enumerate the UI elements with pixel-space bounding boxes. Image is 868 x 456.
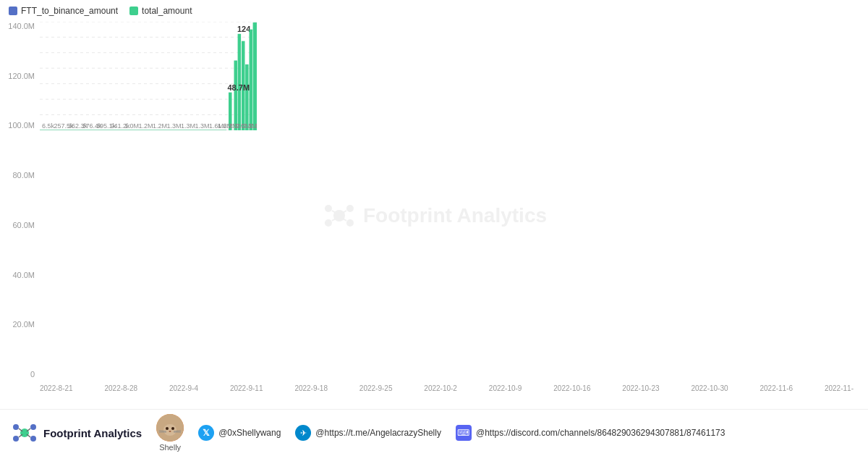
svg-point-4 (346, 219, 354, 227)
watermark-text: Footprint Analytics (363, 204, 547, 227)
avatar-container: Shelly (156, 414, 184, 452)
svg-rect-17 (40, 130, 226, 130)
svg-rect-19 (234, 61, 238, 130)
svg-point-60 (169, 431, 171, 432)
svg-text:1.2M: 1.2M (139, 122, 153, 130)
x-label-11: 2022-11-6 (760, 384, 793, 392)
svg-line-6 (341, 211, 346, 214)
svg-rect-23 (245, 64, 249, 130)
footprint-logo-icon (12, 420, 38, 446)
svg-point-47 (20, 428, 29, 437)
x-label-12: 2022-11- (825, 384, 854, 392)
svg-point-50 (13, 436, 19, 442)
chart-area: Footprint Analytics (0, 22, 868, 409)
legend-label-total: total_amount (142, 6, 192, 16)
y-label-140m: 140.0M (0, 22, 38, 30)
telegram-handle: @https://t.me/AngelacrazyShelly (315, 428, 441, 438)
discord-icon: ⌨ (456, 425, 472, 441)
y-label-20m: 20.0M (0, 320, 38, 329)
y-label-0: 0 (0, 370, 38, 379)
svg-point-57 (163, 424, 176, 436)
svg-point-58 (166, 427, 169, 430)
chart-container: FTT_to_binance_amount total_amount (0, 0, 868, 456)
legend-item-total: total_amount (129, 6, 192, 16)
y-label-100m: 100.0M (0, 121, 38, 130)
svg-point-59 (171, 427, 174, 430)
telegram-link[interactable]: ✈ @https://t.me/AngelacrazyShelly (295, 425, 441, 441)
svg-text:1.3M: 1.3M (195, 122, 210, 130)
x-label-8: 2022-10-16 (553, 384, 590, 392)
svg-point-1 (325, 205, 332, 212)
svg-text:6.5k: 6.5k (42, 122, 55, 130)
svg-point-3 (325, 219, 332, 227)
svg-point-2 (346, 205, 354, 212)
svg-text:48.7M: 48.7M (228, 83, 250, 92)
footer: Footprint Analytics (0, 409, 868, 456)
y-label-80m: 80.0M (0, 171, 38, 180)
svg-point-0 (333, 210, 345, 221)
discord-link[interactable]: ⌨ @https://discord.com/channels/86482903… (456, 425, 725, 441)
svg-line-8 (341, 218, 346, 221)
svg-text:1.0M: 1.0M (124, 122, 139, 130)
footer-logo-text: Footprint Analytics (43, 427, 142, 439)
x-label-6: 2022-10-2 (424, 384, 457, 392)
x-label-10: 2022-10-30 (691, 384, 728, 392)
legend-item-ftt: FTT_to_binance_amount (9, 6, 118, 16)
svg-point-49 (30, 424, 36, 430)
y-axis: 0 20.0M 40.0M 60.0M 80.0M 100.0M 120.0M … (0, 22, 38, 380)
telegram-icon: ✈ (295, 425, 311, 441)
svg-line-5 (332, 211, 337, 214)
x-label-5: 2022-9-25 (359, 384, 393, 392)
x-label-1: 2022-8-28 (104, 384, 137, 392)
x-axis: 2022-8-21 2022-8-28 2022-9-4 2022-9-11 2… (40, 381, 854, 409)
legend-label-ftt: FTT_to_binance_amount (21, 6, 118, 16)
x-label-4: 2022-9-18 (294, 384, 328, 392)
x-label-3: 2022-9-11 (230, 384, 263, 392)
avatar (156, 414, 184, 442)
twitter-handle: @0xShellywang (218, 428, 281, 438)
legend: FTT_to_binance_amount total_amount (0, 0, 868, 22)
footer-logo: Footprint Analytics (12, 420, 142, 446)
y-label-40m: 40.0M (0, 271, 38, 279)
svg-text:1.3M: 1.3M (167, 122, 182, 130)
x-label-2: 2022-9-4 (169, 384, 198, 392)
svg-text:1.2M: 1.2M (153, 122, 167, 130)
svg-rect-25 (253, 22, 257, 130)
svg-text:2.3M: 2.3M (250, 122, 258, 130)
svg-text:140.: 140. (252, 22, 258, 22)
svg-line-7 (332, 218, 337, 221)
svg-text:1.3M: 1.3M (181, 122, 195, 130)
y-label-60m: 60.0M (0, 221, 38, 229)
svg-rect-20 (238, 34, 242, 130)
watermark: Footprint Analytics (321, 198, 547, 234)
svg-rect-24 (250, 30, 253, 130)
twitter-link[interactable]: 𝕏 @0xShellywang (198, 425, 281, 441)
chart-svg: 124.3M 140. 48.7M 6.5k 257.5k 362.3k 376… (40, 22, 257, 130)
x-label-9: 2022-10-23 (622, 384, 659, 392)
twitter-icon: 𝕏 (198, 425, 214, 441)
discord-handle: @https://discord.com/channels/8648290362… (476, 428, 725, 438)
x-label-0: 2022-8-21 (40, 384, 73, 392)
y-label-120m: 120.0M (0, 72, 38, 80)
x-label-7: 2022-10-9 (489, 384, 522, 392)
svg-point-51 (30, 436, 36, 442)
avatar-name: Shelly (159, 443, 181, 452)
legend-dot-ftt (9, 7, 17, 15)
legend-dot-total (129, 7, 138, 15)
svg-point-48 (13, 424, 19, 430)
